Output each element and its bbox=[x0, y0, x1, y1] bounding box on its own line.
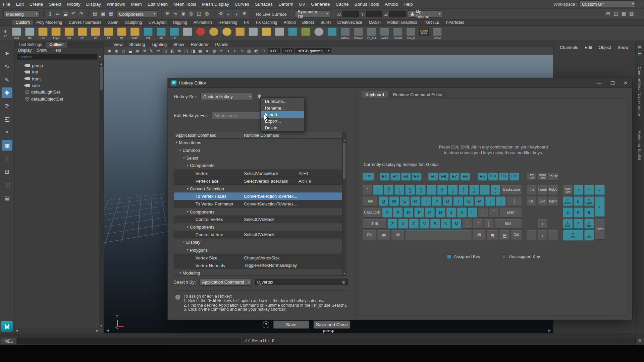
statusline-divider[interactable] bbox=[291, 10, 291, 17]
view-transform-selector[interactable]: sRGB gamma bbox=[295, 48, 331, 53]
tab-keyboard[interactable]: Keyboard bbox=[362, 91, 388, 98]
live-surface-indicator[interactable]: No Live Surface bbox=[255, 11, 288, 16]
scroll-down-icon[interactable]: ▼ bbox=[99, 324, 103, 327]
key-item[interactable]: # 3 bbox=[395, 185, 404, 195]
menu-set-selector[interactable]: Modeling bbox=[3, 10, 40, 17]
shelf-item-icon[interactable] bbox=[313, 27, 325, 40]
column-runtime-command[interactable]: Runtime Command bbox=[244, 133, 279, 137]
move-tool[interactable]: ✚ bbox=[2, 87, 12, 98]
select-tool[interactable]: ➤ bbox=[2, 48, 12, 59]
shelf-item-cp[interactable]: CP bbox=[76, 27, 89, 40]
key-caps-lock[interactable]: Caps Lock bbox=[363, 208, 381, 218]
key-ctrl[interactable]: Ctrl bbox=[511, 230, 522, 240]
scale-tool[interactable]: ◱ bbox=[2, 114, 12, 124]
key-item[interactable]: + bbox=[595, 196, 604, 217]
minimize-button[interactable]: — bbox=[593, 78, 606, 87]
shelf-item-bp[interactable]: BP bbox=[90, 27, 102, 40]
expand-arrow-icon[interactable]: ▾ bbox=[187, 187, 188, 190]
grid-toggle-icon[interactable]: ⊞ bbox=[604, 10, 611, 17]
menu-uv[interactable]: UV bbox=[296, 0, 308, 8]
tutorial-selector[interactable]: My Tutorial bbox=[408, 10, 442, 17]
four-pane-layout[interactable]: ⊞ bbox=[2, 166, 12, 177]
menu-edit-mesh[interactable]: Edit Mesh bbox=[145, 0, 170, 8]
shelf-item-icon[interactable] bbox=[300, 27, 312, 40]
snap-curve-icon[interactable]: ∿ bbox=[172, 10, 179, 17]
key-u[interactable]: U bbox=[443, 196, 452, 206]
bookmarks-icon[interactable]: ⬓ bbox=[127, 48, 133, 53]
expand-arrow-icon[interactable]: ▾ bbox=[179, 272, 181, 275]
scroll-left-icon[interactable]: ◀ bbox=[16, 329, 18, 332]
key-alt[interactable]: Alt bbox=[473, 230, 485, 240]
shelf-item-rands[interactable]: RandS bbox=[392, 27, 404, 40]
menu-file[interactable]: File bbox=[0, 0, 13, 8]
menu-arnold[interactable]: Arnold bbox=[382, 0, 400, 8]
key-o[interactable]: O bbox=[464, 196, 474, 206]
key-item[interactable]: ! 1 bbox=[373, 185, 383, 195]
key-item[interactable]: ^ 6 bbox=[427, 185, 436, 195]
safe-title-icon[interactable]: ◨ bbox=[190, 48, 196, 53]
shelf-item-rt[interactable]: RT bbox=[116, 27, 128, 40]
key-item[interactable]: → bbox=[548, 230, 558, 240]
key-r[interactable]: R bbox=[411, 196, 420, 206]
key-item[interactable]: ~ ` bbox=[363, 185, 372, 195]
shelf-item-icon[interactable] bbox=[326, 27, 338, 40]
viewport-menu-shading[interactable]: Shading bbox=[126, 42, 148, 47]
screen-space-ao-icon[interactable]: ◐ bbox=[232, 48, 238, 53]
key-0[interactable]: 0 Ins bbox=[563, 230, 583, 240]
key-z[interactable]: Z bbox=[388, 219, 397, 229]
key-f9[interactable]: F9 bbox=[477, 173, 487, 181]
key-item[interactable]: ↑ bbox=[538, 219, 547, 229]
table-row-control-vertex[interactable]: Control VertexSelectCVsMask bbox=[174, 216, 342, 223]
shelf-tab-rigging[interactable]: Rigging bbox=[170, 20, 190, 25]
shelf-tab-bullet[interactable]: Bullet bbox=[317, 20, 334, 25]
key-b[interactable]: B bbox=[430, 219, 440, 229]
key-space[interactable] bbox=[406, 230, 472, 240]
scroll-right-icon[interactable]: ▶ bbox=[96, 329, 99, 332]
expand-arrow-icon[interactable]: ▾ bbox=[187, 210, 188, 214]
key-6[interactable]: 6 bbox=[584, 208, 594, 218]
key-item[interactable]: + = bbox=[491, 185, 500, 195]
outliner-toggle-icon[interactable]: ▥ bbox=[628, 10, 635, 17]
key-item[interactable]: ← bbox=[527, 230, 537, 240]
outliner-persp-layout[interactable]: ▤ bbox=[2, 192, 12, 203]
channelbox-menu-show[interactable]: Show bbox=[615, 45, 631, 50]
command-input[interactable] bbox=[17, 338, 241, 345]
select-components-icon[interactable]: ▦ bbox=[107, 10, 114, 17]
shelf-item-impo[interactable]: Impo bbox=[50, 27, 62, 40]
maya-logo-icon[interactable]: M bbox=[1, 321, 13, 332]
table-row-vertex[interactable]: VertexSelectVertexMaskAlt+1 bbox=[174, 169, 342, 177]
outliner-item-defaultobjectset[interactable]: defaultObjectSet bbox=[15, 96, 99, 102]
command-result[interactable]: // Result: 0 bbox=[242, 338, 636, 345]
pan-left-icon[interactable]: ◀ bbox=[106, 329, 109, 333]
key-item[interactable]: / bbox=[574, 185, 583, 195]
key-a[interactable]: A bbox=[382, 208, 392, 218]
shelf-tab-xgen[interactable]: XGen bbox=[105, 20, 122, 25]
render-current-frame-icon[interactable]: ◐ bbox=[225, 10, 232, 17]
menu-help[interactable]: Help bbox=[401, 0, 416, 8]
table-row-components[interactable]: ▾Components bbox=[174, 223, 342, 231]
viewport-menu-renderer[interactable]: Renderer bbox=[188, 42, 212, 47]
table-row-menu-items[interactable]: ▾Menu items bbox=[174, 139, 342, 146]
shelf-tab-fx-caching[interactable]: FX Caching bbox=[253, 20, 281, 25]
key-f8[interactable]: F8 bbox=[461, 173, 470, 181]
key-item[interactable]: % 5 bbox=[416, 185, 425, 195]
key-j[interactable]: J bbox=[446, 208, 456, 218]
key-3[interactable]: 3 PgDn bbox=[584, 219, 594, 229]
tab-tool-settings[interactable]: Tool Settings bbox=[15, 42, 46, 48]
key-e[interactable]: E bbox=[400, 196, 410, 206]
expand-arrow-icon[interactable]: ▾ bbox=[187, 164, 188, 167]
menu-display[interactable]: Display bbox=[83, 0, 104, 8]
z-input[interactable] bbox=[389, 10, 406, 17]
shelf-item-icon[interactable] bbox=[221, 27, 233, 40]
context-menu-delete[interactable]: Delete bbox=[261, 124, 304, 131]
channelbox-menu-edit[interactable]: Edit bbox=[582, 45, 595, 50]
expand-arrow-icon[interactable]: ▾ bbox=[187, 248, 188, 252]
shelf-tab-animation[interactable]: Animation bbox=[190, 20, 215, 25]
shelf-item-fn[interactable]: FN bbox=[142, 27, 154, 40]
key-pgdn[interactable]: PgDn bbox=[548, 196, 558, 206]
last-tool-used[interactable]: ⌖ bbox=[2, 127, 12, 137]
outliner-menu-show[interactable]: Show bbox=[37, 48, 47, 52]
paint-select-tool[interactable]: ✎ bbox=[2, 74, 12, 85]
key-item[interactable]: @ 2 bbox=[384, 185, 393, 195]
outliner-scrollbar[interactable]: ▲ ▼ bbox=[99, 62, 103, 327]
